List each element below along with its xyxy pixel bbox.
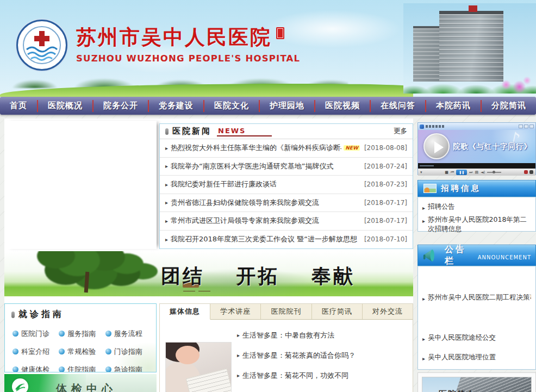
options-icon[interactable]: ▾	[420, 170, 422, 175]
tab-lectures[interactable]: 学术讲座	[210, 304, 261, 319]
media-link-label: 生活智多星：菊花不同，功效不同	[242, 371, 348, 381]
intro-image: 医院简介	[422, 377, 532, 392]
slogan-word: 团结	[161, 264, 204, 287]
guide-link-label: 医院门诊	[21, 329, 49, 339]
news-link[interactable]: 我院纪委对新任干部进行廉政谈话	[171, 179, 277, 189]
volume-slider[interactable]	[487, 172, 501, 173]
next-icon[interactable]: ⏭	[469, 170, 472, 175]
fullscreen-icon[interactable]	[529, 170, 533, 174]
dot-icon	[105, 349, 111, 354]
maximize-icon[interactable]	[524, 125, 528, 128]
close-icon[interactable]	[529, 125, 534, 128]
player-title-text-decoration	[426, 125, 444, 128]
player-extra-buttons	[524, 170, 533, 174]
pause-button[interactable]: ❚❚	[456, 170, 467, 175]
play-button[interactable]	[423, 133, 450, 159]
hospital-intro-panel[interactable]: 医院简介	[417, 372, 536, 392]
playlist-icon[interactable]: ▤	[475, 170, 479, 175]
guide-link-label: 服务流程	[114, 329, 142, 339]
guide-link-inpatient[interactable]: 住院指南	[59, 360, 105, 372]
media-tabs: 媒体信息 学术讲座 医院院刊 医疗简讯 对外交流	[160, 304, 413, 320]
seal-stamp-icon	[276, 27, 284, 39]
announcement-panel: ▸苏州市吴中人民医院二期工程决策事 ▸吴中人民医院途经公交 ▸吴中人民医院地理位…	[417, 266, 536, 370]
tab-media-info[interactable]: 媒体信息	[160, 304, 210, 320]
guide-link-outpatient[interactable]: 医院门诊	[13, 325, 59, 343]
player-titlebar	[418, 123, 535, 130]
stop-icon[interactable]: ■	[445, 170, 448, 175]
nav-separator	[148, 100, 149, 112]
nav-item-video[interactable]: 医院视频	[325, 101, 360, 111]
guide-link-lab-tests[interactable]: 常规检验	[59, 343, 105, 360]
nav-item-branch[interactable]: 分院简讯	[491, 101, 526, 111]
announcement-link[interactable]: ▸吴中人民医院途经公交	[422, 333, 531, 344]
recruitment-header: 招聘信息	[417, 180, 536, 197]
announcement-link[interactable]: ▸苏州市吴中人民医院二期工程决策事	[422, 293, 531, 303]
building-main-tower	[439, 11, 503, 82]
news-header: 医院新闻 NEWS 更多	[160, 124, 413, 139]
arrow-icon: ▸	[165, 218, 168, 224]
announcement-title-en: ANNOUNCEMENT	[478, 254, 531, 260]
record-icon[interactable]	[524, 170, 528, 174]
guide-link-emergency[interactable]: 急诊指南	[105, 360, 152, 372]
nav-separator	[37, 100, 38, 112]
dot-icon	[59, 331, 65, 337]
nav-item-nursing[interactable]: 护理园地	[270, 101, 304, 111]
news-more-link[interactable]: 更多	[394, 127, 407, 136]
guide-link-outpatient-guide[interactable]: 门诊指南	[105, 343, 152, 360]
announcement-link-label: 吴中人民医院途经公交	[428, 333, 496, 344]
media-link[interactable]: ▸生活智多星：菊花茶真的适合你吗？	[237, 345, 409, 365]
checkup-center-banner[interactable]: 体检中心	[4, 374, 157, 392]
news-date: [2018-08-08]	[360, 144, 407, 152]
media-link[interactable]: ▸生活智多星：菊花不同，功效不同	[237, 365, 409, 385]
arrow-icon: ▸	[422, 203, 425, 213]
hospital-name-zh: 苏州市吴中人民医院	[76, 25, 272, 49]
guide-link-service-guide[interactable]: 服务指南	[59, 325, 105, 343]
player-screen: ♪ ♫ 院歌《与红十字同行》	[418, 130, 535, 163]
recruitment-link[interactable]: ▸苏州市吴中人民医院2018年第二次招聘信息	[422, 215, 531, 233]
bullet-icon	[165, 128, 169, 135]
guide-link-checkup[interactable]: 健康体检	[13, 360, 59, 372]
nav-item-qa[interactable]: 在线问答	[381, 101, 415, 111]
news-link[interactable]: 贵州省德江县妇幼保健院领导前来我院参观交流	[171, 198, 319, 208]
previous-icon[interactable]: ⏮	[451, 170, 454, 175]
media-link[interactable]: ▸生活智多星：常见旅游病要注意	[237, 385, 409, 392]
news-date: [2018-07-24]	[360, 163, 407, 170]
dot-icon	[105, 366, 111, 372]
nav-item-affairs[interactable]: 院务公开	[103, 101, 138, 111]
player-progress-bar[interactable]	[418, 163, 535, 169]
news-link[interactable]: 常州市武进区卫计局领导专家前来我院参观交流	[171, 216, 319, 226]
slogan-banner: 团结 开拓 奉献	[4, 251, 413, 296]
announcement-link[interactable]: ▸吴中人民医院地理位置	[422, 352, 531, 363]
guide-link-departments[interactable]: 科室介绍	[13, 343, 59, 360]
minimize-icon[interactable]	[519, 125, 523, 128]
media-link-label: 生活智多星：中暑自救有方法	[242, 331, 334, 340]
news-link[interactable]: 我院举办“南京医科大学医患沟通研究基地”揭牌仪式	[171, 161, 333, 171]
announcement-link-label: 苏州市吴中人民医院二期工程决策事	[428, 293, 531, 303]
checkup-title: 体检中心	[56, 382, 117, 392]
dot-icon	[59, 349, 65, 354]
recruitment-link[interactable]: ▸招聘公告	[422, 202, 531, 213]
nav-item-pharmacy[interactable]: 本院药讯	[436, 101, 471, 111]
nav-item-culture[interactable]: 医院文化	[214, 101, 249, 111]
nav-item-overview[interactable]: 医院概况	[48, 101, 83, 111]
nav-item-home[interactable]: 首页	[10, 101, 27, 111]
new-badge: NEW	[344, 145, 360, 151]
news-link[interactable]: 我院召开2018年度第三次党委工作会议 暨“进一步解放思想	[171, 234, 357, 244]
guide-link-service-flow[interactable]: 服务流程	[105, 325, 152, 343]
site-header: 苏州市吴中人民医院 SUZHOU WUZHONG PEOPLE'S HOSPIT…	[0, 0, 536, 97]
news-link[interactable]: 热烈祝贺大外科主任陈革华主编的《新编外科疾病诊断与治	[171, 143, 341, 153]
brand-block: 苏州市吴中人民医院 SUZHOU WUZHONG PEOPLE'S HOSPIT…	[76, 24, 300, 64]
visit-guide-panel: 就诊指南 医院门诊 服务指南 服务流程 科室介绍 常规检验 门诊指南 健康体检 …	[4, 303, 157, 372]
arrow-icon: ▸	[237, 332, 240, 338]
tab-exchange[interactable]: 对外交流	[363, 304, 413, 319]
hospital-logo-icon	[21, 24, 63, 66]
pink-flowers-decoration	[495, 72, 533, 94]
tab-medical-brief[interactable]: 医疗简讯	[312, 304, 363, 319]
nav-separator	[370, 100, 371, 112]
hospital-logo	[16, 20, 67, 71]
volume-icon[interactable]: ◄)	[481, 170, 485, 175]
media-link[interactable]: ▸生活智多星：中暑自救有方法	[237, 325, 409, 345]
nav-item-party[interactable]: 党务建设	[159, 101, 194, 111]
guide-link-label: 健康体检	[21, 365, 49, 373]
tab-journal[interactable]: 医院院刊	[261, 304, 311, 319]
